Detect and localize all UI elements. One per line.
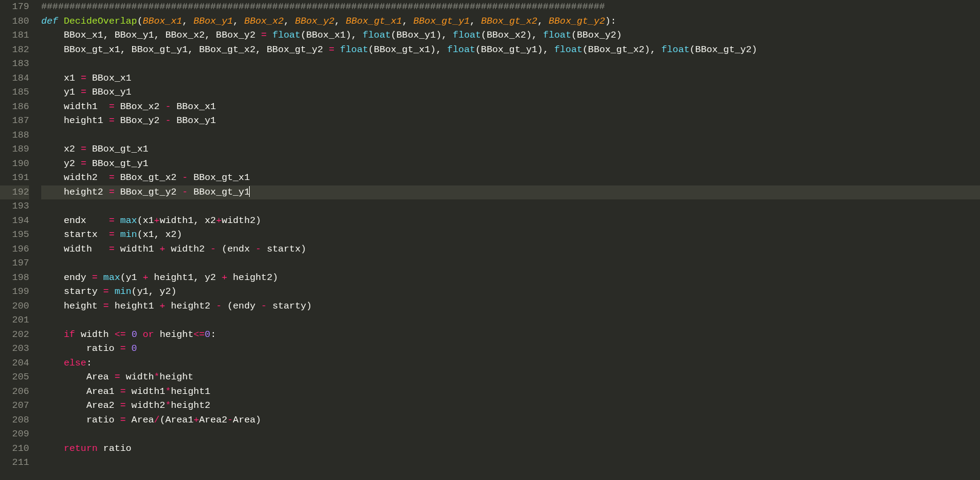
token-builtin: max [103,272,120,283]
token-op: + [222,272,227,283]
line-number: 191 [0,171,29,185]
token-op: <= [193,329,205,340]
token-keyword-r: return [64,443,98,454]
code-line[interactable]: if width <= 0 or height<=0: [41,328,980,342]
token-op: = [109,215,115,226]
token-op: + [159,244,165,255]
code-line[interactable]: starty = min(y1, y2) [41,285,980,299]
code-editor[interactable]: 1791801811821831841851861871881891901911… [0,0,980,480]
token-default: height [154,329,193,340]
token-op: + [193,415,199,425]
token-punc: ): [605,16,616,27]
line-number: 179 [0,0,29,15]
token-default [41,329,64,340]
line-number: 185 [0,85,29,100]
code-line[interactable]: def DecideOverlap(BBox_x1, BBox_y1, BBox… [41,15,980,29]
token-op: <= [115,329,126,340]
line-number: 204 [0,356,29,371]
code-line[interactable]: else: [41,356,980,371]
token-default: (Area1 [159,415,193,425]
token-punc: : [86,358,92,368]
code-line[interactable]: height2 = BBox_gt_y2 - BBox_gt_y1 [41,185,980,200]
code-line[interactable]: BBox_gt_x1, BBox_gt_y1, BBox_gt_x2, BBox… [41,43,980,58]
token-punc: (BBox_gt_x2), [582,44,661,55]
token-default: width1 [115,244,159,255]
line-number: 208 [0,413,29,428]
token-default: height2) [227,272,278,283]
code-line[interactable]: ratio = 0 [41,342,980,356]
token-num: 0 [132,343,137,354]
token-punc: , [233,16,244,27]
code-line[interactable]: ratio = Area/(Area1+Area2-Area) [41,413,980,428]
code-line[interactable]: return ratio [41,442,980,456]
token-num: 0 [132,329,137,340]
code-line[interactable]: Area = width*height [41,370,980,385]
line-number: 198 [0,271,29,285]
token-punc: (BBox_y2) [571,30,622,41]
token-op: = [109,187,115,198]
code-line[interactable] [41,256,980,271]
token-default: width [75,329,115,340]
code-line[interactable]: BBox_x1, BBox_y1, BBox_x2, BBox_y2 = flo… [41,28,980,43]
code-line[interactable] [41,456,980,470]
code-line[interactable] [41,57,980,72]
code-line[interactable]: width = width1 + width2 - (endx - startx… [41,242,980,257]
token-default [126,329,132,340]
code-line[interactable] [41,128,980,143]
token-op: - [210,244,216,255]
token-punc: (BBox_gt_x1), [368,44,447,55]
code-line[interactable]: y2 = BBox_gt_y1 [41,157,980,172]
token-op: * [165,400,171,411]
code-line[interactable]: width2 = BBox_gt_x2 - BBox_gt_x1 [41,171,980,185]
token-keyword-r: if [64,329,75,340]
token-param: BBox_gt_y1 [413,16,470,27]
code-line[interactable]: x1 = BBox_x1 [41,72,980,86]
code-line[interactable] [41,199,980,214]
line-number: 197 [0,256,29,271]
token-op: - [261,301,267,312]
code-line[interactable]: x2 = BBox_gt_x1 [41,142,980,157]
token-keyword: def [41,16,58,27]
token-default: starty) [267,301,312,312]
code-line[interactable]: height1 = BBox_y2 - BBox_y1 [41,114,980,128]
code-line[interactable]: y1 = BBox_y1 [41,85,980,100]
code-area[interactable]: ########################################… [36,0,980,480]
token-punc: , [470,16,481,27]
line-number: 182 [0,43,29,58]
line-number: 180 [0,15,29,29]
token-default: BBox_x1, BBox_y1, BBox_x2, BBox_y2 [41,30,261,41]
code-line[interactable] [41,313,980,328]
token-param: BBox_gt_x2 [481,16,538,27]
token-param: BBox_x1 [142,16,182,27]
line-number: 201 [0,313,29,328]
code-line[interactable]: startx = min(x1, x2) [41,228,980,242]
token-builtin: float [453,30,481,41]
token-op: = [120,386,125,397]
code-line[interactable]: ########################################… [41,0,980,15]
code-line[interactable]: Area2 = width2*height2 [41,399,980,413]
token-default [137,329,142,340]
code-line[interactable]: endy = max(y1 + height1, y2 + height2) [41,271,980,285]
code-line[interactable] [41,427,980,442]
token-default [115,215,120,226]
token-default: starty [41,286,103,297]
code-line[interactable]: height = height1 + height2 - (endy - sta… [41,299,980,314]
token-builtin: float [362,30,391,41]
text-cursor [249,186,250,197]
token-op: = [92,272,98,283]
code-line[interactable]: Area1 = width1*height1 [41,385,980,399]
token-default: ratio [41,343,120,354]
token-default: BBox_x1 [171,101,216,112]
token-builtin: float [340,44,368,55]
token-punc: : [210,329,216,340]
line-number: 188 [0,128,29,143]
token-default: Area [126,415,155,425]
token-default: BBox_gt_x1, BBox_gt_y1, BBox_gt_x2, BBox… [41,44,328,55]
code-line[interactable]: width1 = BBox_x2 - BBox_x1 [41,100,980,115]
token-punc: (y1 [120,272,142,283]
token-default: BBox_x1 [86,73,131,84]
code-line[interactable]: endx = max(x1+width1, x2+width2) [41,214,980,228]
token-default: height [159,372,193,382]
token-punc: , [538,16,549,27]
token-op: = [109,101,115,112]
